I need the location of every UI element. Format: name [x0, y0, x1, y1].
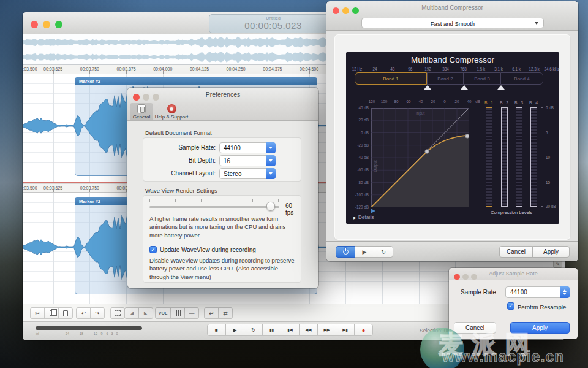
- scale-label: 15: [546, 180, 550, 185]
- checkbox-label: Update WaveView during recording: [160, 247, 256, 253]
- minimize-icon[interactable]: [43, 21, 50, 28]
- compression-curve-graph[interactable]: InputOutput: [371, 108, 469, 207]
- input-tick-label: -80: [393, 99, 398, 104]
- band-button-2[interactable]: Band 2: [427, 72, 464, 85]
- input-tick-label: -40: [417, 99, 423, 104]
- play-button[interactable]: ▶: [355, 246, 374, 258]
- field-label: Channel Layout:: [143, 170, 216, 177]
- band-button-4[interactable]: Band 4: [500, 72, 543, 85]
- band-button-3[interactable]: Band 3: [464, 72, 500, 85]
- undo-icon: ↶: [81, 310, 86, 316]
- frequency-label: 48: [390, 67, 394, 71]
- meter-scale-label: -24: [64, 332, 69, 335]
- loop-button[interactable]: ↻: [244, 324, 263, 336]
- compression-meter-4: [530, 107, 537, 207]
- preferences-toolbar: General Help & Support: [127, 102, 318, 121]
- compression-meter-3: [516, 107, 522, 207]
- crossover-handle-icon[interactable]: [461, 85, 468, 90]
- ruler-tick-mark: [126, 71, 127, 74]
- copy-button[interactable]: [44, 307, 59, 319]
- volume-button[interactable]: VOL: [155, 307, 171, 319]
- window-controls: [31, 20, 67, 31]
- redo-button[interactable]: ↷: [90, 307, 105, 319]
- paste-button[interactable]: [58, 307, 73, 319]
- undo-button[interactable]: ↶: [76, 307, 91, 319]
- selection-tool-button[interactable]: [110, 307, 125, 319]
- pause-icon: ▮▮: [270, 328, 274, 332]
- cancel-button[interactable]: Cancel: [454, 322, 496, 334]
- play-button[interactable]: ▶: [225, 324, 244, 336]
- apply-button[interactable]: Apply: [532, 246, 570, 258]
- paste-icon: [63, 310, 68, 316]
- output-tick-label: -40 dB: [346, 155, 369, 159]
- tab-label: Help & Support: [153, 114, 190, 120]
- field-label: Bit Depth:: [143, 157, 216, 164]
- band-button-1[interactable]: Band 1: [355, 72, 427, 85]
- fade-out-button[interactable]: ◣: [138, 307, 153, 319]
- bit-depth-popup[interactable]: 16: [219, 155, 276, 166]
- checkbox-label: Perofrm Resample: [518, 304, 566, 310]
- selection-status: Selection: 00:: [420, 328, 451, 334]
- record-button[interactable]: ●: [354, 324, 373, 336]
- loop-selection-button[interactable]: ↩: [204, 307, 219, 319]
- toolbar-group: ✂: [30, 307, 73, 319]
- reload-button[interactable]: ↻: [374, 246, 393, 258]
- disclosure-triangle-icon: ▶: [353, 216, 356, 220]
- skip-end-button[interactable]: ▶▮: [336, 324, 355, 336]
- frequency-label: 192: [424, 67, 431, 71]
- fast-forward-button[interactable]: ▶▶: [317, 324, 336, 336]
- sample-rate-combobox[interactable]: 44100: [505, 286, 570, 298]
- silence-button[interactable]: —: [184, 307, 199, 319]
- sample-rate-popup[interactable]: 44100: [219, 142, 276, 153]
- zoom-icon[interactable]: [55, 21, 62, 28]
- fade-in-button[interactable]: ◢: [124, 307, 139, 319]
- crossover-handle-icon[interactable]: [497, 85, 505, 90]
- rewind-button[interactable]: ◀◀: [299, 324, 318, 336]
- cancel-button[interactable]: Cancel: [499, 246, 533, 258]
- input-tick-label: -100: [380, 99, 388, 104]
- preset-dropdown[interactable]: Fast and Smooth: [361, 18, 544, 28]
- ruler-tick-mark: [53, 71, 54, 74]
- slider-tick: [252, 199, 253, 202]
- slider-handle[interactable]: [266, 202, 275, 211]
- tab-general[interactable]: General: [130, 103, 153, 120]
- loop-playback-icon: ⇄: [223, 310, 228, 316]
- skip-start-button[interactable]: ▮◀: [281, 324, 300, 336]
- stop-button[interactable]: ■: [207, 324, 226, 336]
- details-disclosure[interactable]: ▶Details: [353, 214, 374, 220]
- output-tick-label: 40 dB: [346, 105, 369, 110]
- perform-resample-checkbox[interactable]: ✓: [507, 302, 514, 310]
- stepper-icon[interactable]: [560, 286, 570, 298]
- cut-button[interactable]: ✂: [30, 307, 45, 319]
- output-tick-label: -80 dB: [346, 180, 369, 185]
- meter-band-label: B...1: [484, 101, 493, 105]
- frequency-label: 24.6 kHz: [544, 67, 559, 71]
- power-button[interactable]: [336, 246, 355, 258]
- preset-value: Fast and Smooth: [431, 20, 475, 27]
- popup-value: 16: [224, 158, 230, 164]
- adjust-sample-rate-dialog: Adjust Sample Rate Sample Rate 44100 ✓ P…: [449, 268, 578, 339]
- toolbar-group: ↶↷: [76, 307, 105, 319]
- update-waveview-checkbox[interactable]: ✓: [149, 246, 157, 253]
- pause-button[interactable]: ▮▮: [262, 324, 281, 336]
- channel-layout-popup[interactable]: Stereo: [219, 168, 276, 179]
- tab-help-support[interactable]: Help & Support: [153, 103, 190, 120]
- redo-icon: ↷: [95, 310, 100, 316]
- threshold-marker-icon[interactable]: [371, 209, 375, 213]
- normalize-button[interactable]: [170, 307, 185, 319]
- crossover-handle-icon[interactable]: [424, 85, 431, 90]
- meter-band-label: B...2: [500, 101, 508, 105]
- preferences-titlebar[interactable]: Preferences: [127, 88, 318, 102]
- frame-rate-slider[interactable]: [149, 206, 279, 208]
- field-label: Sample Rate:: [143, 144, 216, 151]
- ruler-tick-mark: [236, 71, 236, 74]
- dialog-titlebar[interactable]: Adjust Sample Rate: [449, 268, 578, 280]
- compressor-titlebar[interactable]: Multiband Compressor: [326, 1, 578, 16]
- frequency-label: 6.1 k: [512, 67, 521, 71]
- render-group: 60 fps A higher frame rate results in sm…: [143, 195, 301, 283]
- reload-icon: ↻: [381, 249, 386, 255]
- loop-playback-button[interactable]: ⇄: [218, 307, 233, 319]
- cut-icon: ✂: [35, 310, 40, 316]
- close-icon[interactable]: [31, 21, 38, 28]
- apply-button[interactable]: Apply: [510, 322, 570, 334]
